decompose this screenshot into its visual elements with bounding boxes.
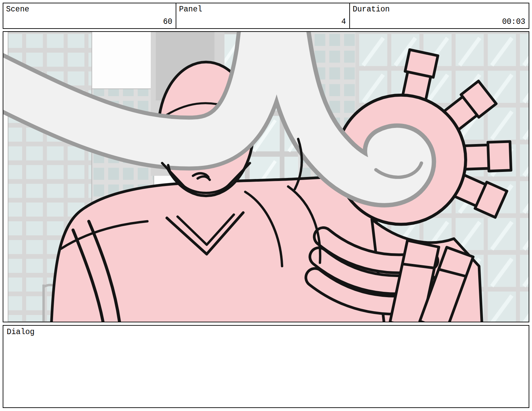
panel-label: Panel <box>179 5 202 14</box>
storyboard-sheet: Scene 60 Panel 4 Duration 00:03 <box>0 0 532 411</box>
panel-header: Scene 60 Panel 4 Duration 00:03 <box>3 3 529 29</box>
scene-value: 60 <box>163 17 172 26</box>
duration-label: Duration <box>353 5 390 14</box>
scene-label: Scene <box>6 5 29 14</box>
dialog-box: Dialog <box>3 325 529 408</box>
storyboard-artwork <box>3 32 529 322</box>
duration-cell: Duration 00:03 <box>350 3 529 28</box>
storyboard-panel <box>3 31 529 322</box>
scene-cell: Scene 60 <box>3 3 176 28</box>
panel-cell: Panel 4 <box>176 3 350 28</box>
panel-value: 4 <box>341 17 346 26</box>
duration-value: 00:03 <box>502 17 525 26</box>
dialog-label: Dialog <box>7 328 35 336</box>
